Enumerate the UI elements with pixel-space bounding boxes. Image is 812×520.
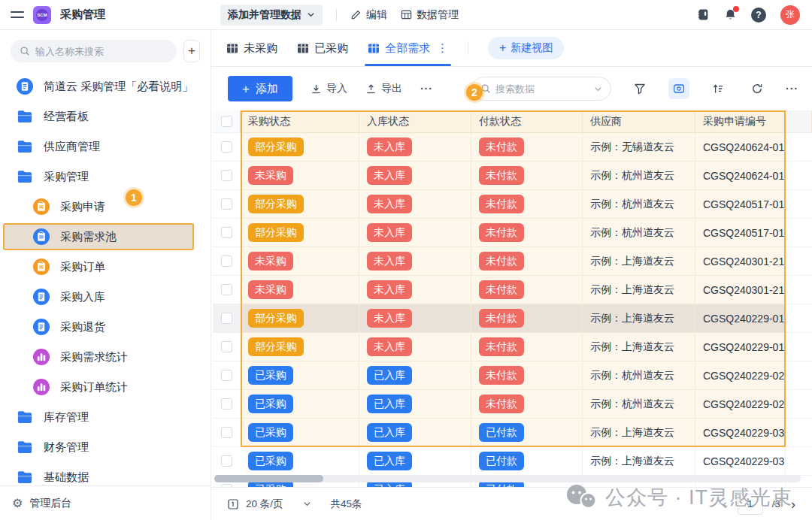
sidebar-search-input[interactable] xyxy=(35,46,168,57)
table-row[interactable]: 部分采购未入库未付款示例：无锡道友云CGSQ240624-01 xyxy=(213,133,812,162)
annotation-step-2: 2 xyxy=(466,84,483,101)
help-icon[interactable]: ? xyxy=(751,8,766,23)
workbench-icon[interactable] xyxy=(697,8,710,21)
sidebar-item[interactable]: 基础数据 xyxy=(0,462,211,485)
next-page-button[interactable]: › xyxy=(789,497,797,511)
row-checkbox[interactable] xyxy=(221,170,232,181)
filter-icon[interactable] xyxy=(629,78,650,99)
column-header[interactable]: 付款状态 xyxy=(471,110,583,133)
table-row[interactable]: 部分采购未入库未付款示例：杭州道友云CGSQ240517-01 xyxy=(213,219,812,247)
status-cell: 部分采购 xyxy=(241,304,359,333)
sidebar-item[interactable]: 采购退货 xyxy=(0,312,211,342)
notifications-bell-icon[interactable] xyxy=(724,8,737,21)
sidebar-item[interactable]: 采购订单统计 xyxy=(0,372,211,402)
view-tab-label: 全部需求 xyxy=(385,41,430,56)
table-row[interactable]: 已采购已入库未付款示例：杭州道友云CGSQ240229-02 xyxy=(213,390,812,419)
table-row[interactable]: 部分采购未入库未付款示例：杭州道友云CGSQ240517-01 xyxy=(213,190,812,219)
sidebar-item[interactable]: 经营看板 xyxy=(0,101,211,132)
sidebar-item[interactable]: 采购申请 xyxy=(0,192,211,222)
table-row[interactable]: 已采购已入库未付款示例：杭州道友云CGSQ240229-02 xyxy=(213,361,812,390)
status-cell: 已入库 xyxy=(359,390,471,419)
data-manage-button[interactable]: 数据管理 xyxy=(401,8,459,22)
select-all-cell xyxy=(213,110,241,133)
export-icon xyxy=(365,83,377,95)
row-checkbox[interactable] xyxy=(221,284,232,295)
clipboard-orange-icon xyxy=(33,198,50,215)
table-row[interactable]: 未采购未入库未付款示例：上海道友云CGSQ240301-21 xyxy=(213,247,812,276)
status-cell: 已付款 xyxy=(471,419,583,447)
new-view-button[interactable]: + 新建视图 xyxy=(488,37,564,59)
view-tab[interactable]: 已采购 xyxy=(297,30,348,66)
row-checkbox[interactable] xyxy=(221,398,232,410)
more-tools-button[interactable]: ··· xyxy=(786,83,798,95)
column-header[interactable]: 采购状态 xyxy=(241,110,359,133)
admin-console-button[interactable]: ⚙ 管理后台 xyxy=(0,485,211,520)
sidebar-item[interactable]: 财务管理 xyxy=(0,432,211,462)
import-label: 导入 xyxy=(326,82,347,95)
row-checkbox[interactable] xyxy=(221,313,232,324)
row-checkbox[interactable] xyxy=(221,255,232,267)
text-cell: CGSQ240517-01 xyxy=(695,190,786,219)
display-settings-icon[interactable] xyxy=(668,78,689,99)
sidebar-item[interactable]: 采购需求池 xyxy=(3,223,194,250)
sidebar-item[interactable]: 采购管理 xyxy=(0,162,211,192)
table-row[interactable]: 已采购已入库已付款示例：上海道友云CGSQ240229-03 xyxy=(213,419,812,447)
add-and-manage-data-label: 添加并管理数据 xyxy=(228,8,301,22)
table-search-input[interactable] xyxy=(495,83,589,95)
column-header[interactable]: 采购申请编号 xyxy=(695,110,786,133)
column-header[interactable]: 入库状态 xyxy=(359,110,471,133)
row-checkbox[interactable] xyxy=(221,341,232,352)
tab-menu-icon[interactable]: ⋮ xyxy=(437,41,448,55)
scrollbar-thumb[interactable] xyxy=(214,475,323,482)
collapse-sidebar-icon[interactable] xyxy=(11,11,24,18)
text-cell: 示例：杭州道友云 xyxy=(583,219,695,247)
row-checkbox[interactable] xyxy=(221,141,232,153)
pagination-bar: 20 条/页 共45条 ‹ 1 /3 › xyxy=(211,487,812,520)
sidebar-item[interactable]: 库存管理 xyxy=(0,402,211,432)
table-row[interactable]: 未采购未入库未付款示例：上海道友云CGSQ240301-21 xyxy=(213,276,812,304)
column-header[interactable]: 供应商 xyxy=(583,110,695,133)
gear-icon: ⚙ xyxy=(12,497,23,509)
row-checkbox[interactable] xyxy=(221,484,232,487)
current-page-input[interactable]: 1 xyxy=(738,494,763,515)
sidebar-add-button[interactable]: + xyxy=(183,40,200,62)
table-row[interactable]: 已采购已入库已付款示例：上海道友云CGSQ240229-03 xyxy=(213,447,812,476)
chevron-down-icon[interactable] xyxy=(594,85,602,93)
sidebar-item[interactable]: 供应商管理 xyxy=(0,132,211,162)
row-checkbox[interactable] xyxy=(221,198,232,210)
add-and-manage-data-button[interactable]: 添加并管理数据 xyxy=(220,5,323,26)
row-checkbox[interactable] xyxy=(221,227,232,238)
sort-icon[interactable] xyxy=(707,78,729,99)
sidebar-item[interactable]: 采购需求统计 xyxy=(0,342,211,372)
table-row[interactable]: 未采购未入库未付款示例：杭州道友云CGSQ240624-01 xyxy=(213,162,812,190)
refresh-icon[interactable] xyxy=(747,78,768,99)
horizontal-scrollbar[interactable] xyxy=(214,475,801,482)
sidebar-item[interactable]: 采购订单 xyxy=(0,252,211,282)
user-avatar[interactable]: 张 xyxy=(780,5,800,25)
import-button[interactable]: 导入 xyxy=(311,82,347,95)
text-cell: CGSQ240301-21 xyxy=(695,276,786,304)
edit-button[interactable]: 编辑 xyxy=(350,8,387,22)
page-size-select[interactable]: 20 条/页 xyxy=(228,497,283,511)
export-button[interactable]: 导出 xyxy=(365,82,402,95)
row-checkbox[interactable] xyxy=(221,370,232,381)
status-cell: 未付款 xyxy=(471,133,583,162)
prev-page-button[interactable]: ‹ xyxy=(721,497,729,511)
chevron-down-icon[interactable] xyxy=(303,500,311,508)
status-cell: 未入库 xyxy=(359,133,471,162)
status-cell: 未入库 xyxy=(359,247,471,276)
table-row[interactable]: 部分采购未入库未付款示例：上海道友云CGSQ240229-01 xyxy=(213,304,812,333)
table-row[interactable]: 部分采购未入库未付款示例：上海道友云CGSQ240229-01 xyxy=(213,333,812,361)
sidebar-item[interactable]: 简道云 采购管理「必看说明」 xyxy=(0,71,211,101)
view-tab[interactable]: 未采购 xyxy=(226,30,277,66)
sidebar-item-label: 采购需求池 xyxy=(60,230,117,244)
view-tab[interactable]: 全部需求⋮ xyxy=(368,30,448,66)
add-record-button[interactable]: + 添加 xyxy=(228,76,292,101)
row-checkbox[interactable] xyxy=(221,455,232,467)
sidebar-item-label: 采购退货 xyxy=(60,320,105,334)
text-cell: 示例：杭州道友云 xyxy=(583,361,695,390)
sidebar-item[interactable]: 采购入库 xyxy=(0,282,211,312)
more-actions-button[interactable]: ··· xyxy=(420,83,433,95)
row-checkbox[interactable] xyxy=(221,427,232,438)
select-all-checkbox[interactable] xyxy=(221,116,232,127)
